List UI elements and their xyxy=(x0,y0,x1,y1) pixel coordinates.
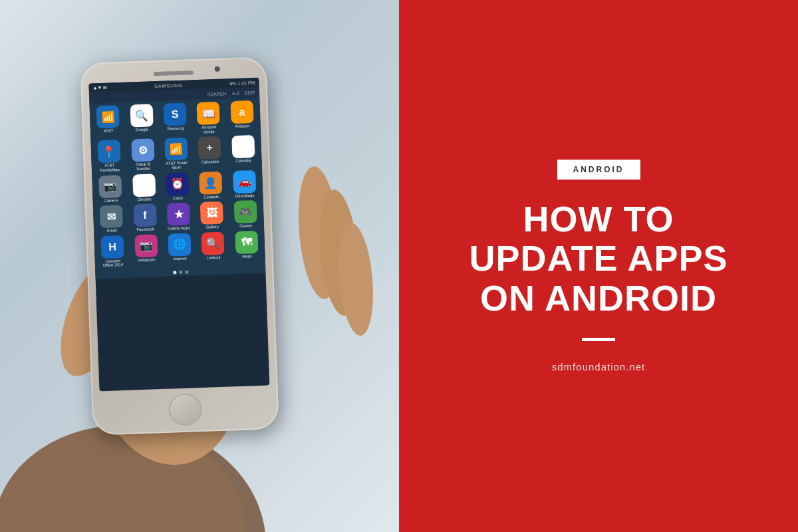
app-label-maps: Maps xyxy=(242,254,252,259)
app-icon-img-hancom: H xyxy=(101,235,124,259)
app-icon-img-internet: 🌐 xyxy=(168,233,191,256)
title-line-1: HOW TO xyxy=(523,199,674,239)
app-icon-img-kindle: 📖 xyxy=(197,102,220,125)
app-icon-img-chrome: ● xyxy=(132,174,156,197)
app-icon-drivemode[interactable]: 🚗DriveMode xyxy=(229,170,261,198)
app-icon-img-att: 📶 xyxy=(96,105,120,128)
app-icon-img-camera: 📷 xyxy=(98,175,122,198)
app-icon-img-games: 🎮 xyxy=(233,200,257,223)
app-icon-img-amazon: a xyxy=(230,100,253,124)
app-icon-calendar[interactable]: 21Calendar xyxy=(227,135,259,168)
page-dot-2 xyxy=(179,270,182,273)
app-label-google: Google xyxy=(136,128,149,132)
app-icon-kindle[interactable]: 📖Amazon Kindle xyxy=(193,102,225,135)
divider-line xyxy=(582,338,615,341)
app-icon-img-lookout: 🔍 xyxy=(201,231,225,255)
app-icon-img-setup: ⚙ xyxy=(131,139,154,162)
phone-body: ▲▼ ⊞ SAMSUNG 6% 1:41 PM SEARCH A-Z EDIT … xyxy=(80,57,279,435)
toolbar-az[interactable]: A-Z xyxy=(232,90,240,95)
app-label-lookout: Lookout xyxy=(206,255,221,260)
app-icon-img-galaxyapps: ★ xyxy=(167,203,190,226)
app-label-email: Email xyxy=(107,229,117,233)
app-icon-img-email: ✉ xyxy=(100,205,123,228)
app-label-attfamily: AT&T FamilyMap xyxy=(97,163,122,173)
app-label-att: AT&T xyxy=(104,129,114,134)
left-panel: ▲▼ ⊞ SAMSUNG 6% 1:41 PM SEARCH A-Z EDIT … xyxy=(0,0,399,532)
right-panel: ANDROID HOW TO UPDATE APPS ON ANDROID sd… xyxy=(399,0,798,532)
app-icon-lookout[interactable]: 🔍Lookout xyxy=(198,231,229,265)
phone-home-button[interactable] xyxy=(168,393,203,426)
app-icon-img-contacts: 👤 xyxy=(200,171,223,194)
app-icon-img-gallery: 🖼 xyxy=(200,201,223,225)
app-icon-amazon[interactable]: aAmazon xyxy=(226,100,258,134)
app-label-samsung: Samsung xyxy=(167,126,184,131)
status-icons: ▲▼ ⊞ xyxy=(92,85,107,91)
phone-screen: ▲▼ ⊞ SAMSUNG 6% 1:41 PM SEARCH A-Z EDIT … xyxy=(88,78,269,391)
app-label-galaxyapps: Galaxy Apps xyxy=(168,226,190,231)
app-label-instagram: Instagram xyxy=(138,257,156,263)
app-label-kindle: Amazon Kindle xyxy=(196,125,221,135)
app-icon-img-samsung: S xyxy=(164,103,187,126)
app-icon-camera[interactable]: 📷Camera xyxy=(94,174,126,203)
website-url: sdmfoundation.net xyxy=(552,361,645,372)
app-icon-attsmart[interactable]: 📶AT&T Smart Wi-Fi xyxy=(160,138,192,171)
app-label-setup: Setup & Transfer xyxy=(130,162,156,172)
app-label-games: Games xyxy=(239,223,253,228)
page-dot-3 xyxy=(185,270,188,273)
app-label-clock: Clock xyxy=(173,196,183,200)
app-label-drivemode: DriveMode xyxy=(235,194,255,199)
app-label-calendar: Calendar xyxy=(235,159,252,164)
app-icon-calculator[interactable]: +Calculator xyxy=(194,136,225,170)
app-grid: 📶AT&T🔍GoogleSSamsung📖Amazon KindleaAmazo… xyxy=(89,98,265,271)
app-icon-img-attsmart: 📶 xyxy=(164,138,188,161)
app-icon-samsung[interactable]: SSamsung xyxy=(159,103,191,136)
app-icon-chrome[interactable]: ●Chrome xyxy=(128,174,160,202)
app-label-hancom: Hancom Office 2014 xyxy=(100,259,126,269)
phone-speaker xyxy=(154,70,194,76)
app-icon-galaxyapps[interactable]: ★Galaxy Apps xyxy=(163,202,195,231)
status-time-battery: 6% 1:41 PM xyxy=(229,80,255,86)
app-icon-instagram[interactable]: 📷Instagram xyxy=(130,234,162,267)
app-icon-img-maps: 🗺 xyxy=(235,231,258,254)
app-icon-gallery[interactable]: 🖼Gallery xyxy=(196,201,228,230)
app-label-chrome: Chrome xyxy=(137,197,152,201)
app-icon-google[interactable]: 🔍Google xyxy=(126,104,158,137)
app-icon-img-calculator: + xyxy=(198,136,221,160)
app-icon-clock[interactable]: ⏰Clock xyxy=(162,172,194,201)
toolbar-edit[interactable]: EDIT xyxy=(245,90,255,96)
app-icon-img-clock: ⏰ xyxy=(166,172,189,196)
app-icon-img-drivemode: 🚗 xyxy=(233,170,256,194)
app-icon-img-facebook: f xyxy=(133,203,156,227)
page-dot-1 xyxy=(173,271,176,274)
phone-mockup: ▲▼ ⊞ SAMSUNG 6% 1:41 PM SEARCH A-Z EDIT … xyxy=(80,57,279,435)
app-icon-maps[interactable]: 🗺Maps xyxy=(231,231,263,264)
app-icon-img-instagram: 📷 xyxy=(134,234,158,257)
main-title: HOW TO UPDATE APPS ON ANDROID xyxy=(469,200,728,318)
app-icon-img-attfamily: 📍 xyxy=(98,140,121,163)
title-line-2: UPDATE APPS xyxy=(469,238,728,278)
app-icon-attfamily[interactable]: 📍AT&T FamilyMap xyxy=(93,140,125,173)
title-line-3: ON ANDROID xyxy=(480,278,717,318)
app-label-attsmart: AT&T Smart Wi-Fi xyxy=(164,161,190,171)
app-label-contacts: Contacts xyxy=(203,195,219,200)
app-icon-internet[interactable]: 🌐Internet xyxy=(164,233,196,266)
app-icon-email[interactable]: ✉Email xyxy=(96,205,128,233)
app-icon-setup[interactable]: ⚙Setup & Transfer xyxy=(127,139,159,172)
app-icon-hancom[interactable]: HHancom Office 2014 xyxy=(96,235,128,269)
toolbar-search[interactable]: SEARCH xyxy=(207,91,227,96)
app-label-camera: Camera xyxy=(104,198,118,203)
app-icon-img-calendar: 21 xyxy=(231,135,255,158)
app-icon-games[interactable]: 🎮Games xyxy=(229,200,261,229)
category-badge: ANDROID xyxy=(557,160,640,180)
app-label-calculator: Calculator xyxy=(201,160,219,165)
app-icon-img-google: 🔍 xyxy=(130,104,153,128)
phone-camera xyxy=(215,66,220,72)
app-icon-contacts[interactable]: 👤Contacts xyxy=(195,171,227,200)
app-label-gallery: Gallery xyxy=(206,225,219,229)
app-icon-att[interactable]: 📶AT&T xyxy=(92,105,124,138)
app-label-internet: Internet xyxy=(173,256,187,261)
app-label-amazon: Amazon xyxy=(235,124,249,128)
app-label-facebook: Facebook xyxy=(136,227,154,233)
app-icon-facebook[interactable]: fFacebook xyxy=(129,203,161,232)
